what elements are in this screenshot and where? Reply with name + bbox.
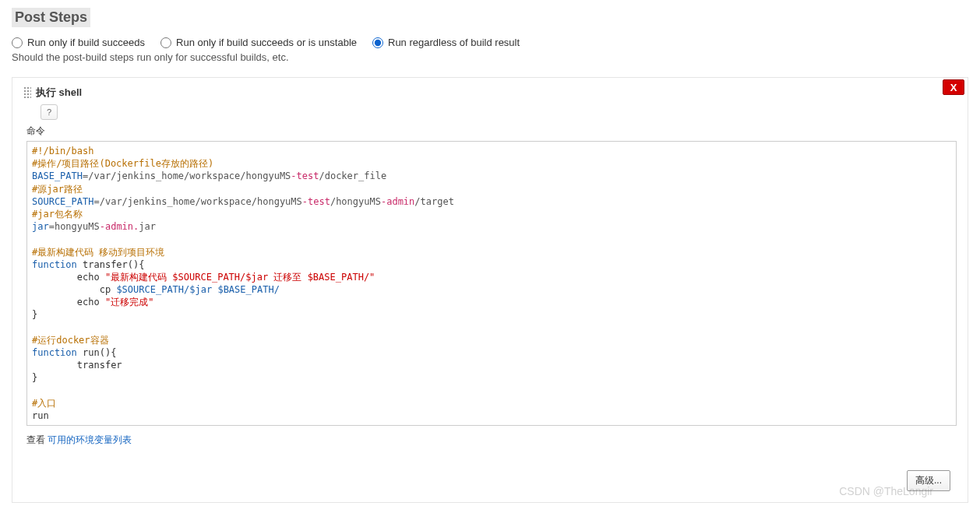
step-header: 执行 shell: [23, 86, 957, 100]
advanced-row: 高级...: [23, 470, 957, 491]
code-token: =hongyuMS: [49, 221, 100, 232]
delete-step-button[interactable]: X: [943, 79, 964, 95]
step-title: 执行 shell: [36, 86, 82, 100]
code-line: #!/bin/bash: [32, 146, 93, 156]
shell-step-box: X 执行 shell ? 命令 #!/bin/bash #操作/项目路径(Doc…: [12, 77, 968, 503]
footer-link-row: 查看 可用的环境变量列表: [26, 434, 957, 447]
radio-unstable-input[interactable]: [160, 37, 171, 48]
env-vars-link[interactable]: 可用的环境变量列表: [48, 434, 132, 445]
section-title: Post Steps: [12, 8, 90, 27]
radio-regardless-input[interactable]: [372, 37, 383, 48]
radio-unstable-label: Run only if build succeeds or is unstabl…: [176, 37, 357, 48]
code-token: =/var/jenkins_home/workspace/hongyuMS: [93, 196, 301, 207]
code-token: -test: [302, 196, 330, 207]
radio-succeeds[interactable]: Run only if build succeeds: [12, 37, 145, 48]
code-token: transfer(){: [77, 259, 145, 270]
radio-succeeds-label: Run only if build succeeds: [27, 37, 145, 48]
code-token: BASE_PATH: [32, 170, 83, 181]
code-token: echo: [32, 297, 105, 307]
code-line: transfer: [32, 360, 122, 371]
code-line: #jar包名称: [32, 209, 83, 220]
command-label: 命令: [26, 125, 957, 138]
code-token: "最新构建代码 $SOURCE_PATH/$jar 迁移至 $BASE_PATH…: [105, 272, 375, 283]
code-token: =/var/jenkins_home/workspace/hongyuMS: [83, 170, 291, 181]
code-token: function: [32, 347, 77, 358]
code-token: "迁移完成": [105, 297, 153, 307]
radio-unstable[interactable]: Run only if build succeeds or is unstabl…: [160, 37, 357, 48]
code-token: run(){: [77, 347, 117, 358]
drag-handle-icon[interactable]: [23, 86, 31, 99]
code-line: run: [32, 410, 49, 421]
code-token: /target: [414, 196, 454, 207]
post-steps-radio-group: Run only if build succeeds Run only if b…: [12, 37, 968, 48]
code-token: /docker_file: [319, 170, 386, 181]
code-token: jar: [32, 221, 49, 232]
code-line: #入口: [32, 398, 56, 409]
code-token: $SOURCE_PATH/$jar $BASE_PATH/: [116, 284, 280, 295]
code-line: #运行docker容器: [32, 335, 109, 346]
code-token: echo: [32, 272, 105, 283]
code-line: }: [32, 309, 37, 320]
code-line: #源jar路径: [32, 184, 83, 195]
advanced-button[interactable]: 高级...: [907, 470, 950, 491]
code-token: cp: [32, 284, 116, 295]
code-line: }: [32, 372, 37, 383]
radio-regardless-label: Run regardless of build result: [388, 37, 520, 48]
code-token: -admin: [381, 196, 414, 207]
code-token: SOURCE_PATH: [32, 196, 93, 207]
code-token: -test: [291, 170, 319, 181]
shell-command-input[interactable]: #!/bin/bash #操作/项目路径(Dockerfile存放的路径) BA…: [26, 141, 957, 426]
code-token: jar: [139, 221, 156, 232]
code-line: #操作/项目路径(Dockerfile存放的路径): [32, 158, 213, 169]
code-token: function: [32, 259, 77, 270]
footer-prefix: 查看: [26, 434, 48, 445]
code-token: /hongyuMS: [330, 196, 381, 207]
radio-succeeds-input[interactable]: [12, 37, 23, 48]
code-token: -admin.: [100, 221, 139, 232]
radio-regardless[interactable]: Run regardless of build result: [372, 37, 520, 48]
help-button[interactable]: ?: [41, 104, 58, 120]
hint-text: Should the post-build steps run only for…: [12, 51, 968, 63]
code-line: #最新构建代码 移动到项目环境: [32, 247, 164, 258]
